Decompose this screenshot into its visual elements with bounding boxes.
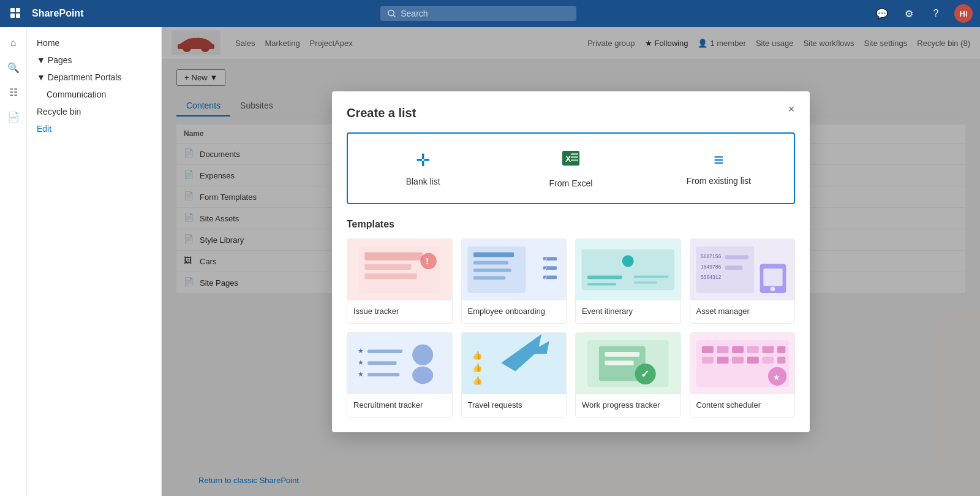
create-list-modal: Create a list × ✛ Blank list X: [332, 91, 810, 432]
list-icon: ≡: [714, 150, 723, 170]
top-bar-right: 💬 ⚙ ? Hi: [873, 4, 973, 23]
svg-rect-24: [473, 269, 511, 272]
svg-rect-69: [762, 346, 774, 353]
svg-text:★: ★: [358, 358, 364, 365]
template-asset-manager[interactable]: 5687156 1649786 5564312 As: [690, 238, 796, 324]
svg-rect-36: [634, 275, 669, 278]
svg-rect-37: [634, 281, 657, 283]
nav-dept-group[interactable]: ▼ Department Portals: [27, 69, 161, 86]
nav-sidebar: Home ▼ Pages ▼ Department Portals Commun…: [27, 27, 162, 496]
svg-rect-48: [412, 366, 433, 383]
apps-launcher[interactable]: [7, 5, 24, 22]
svg-rect-14: [571, 159, 578, 161]
svg-rect-12: [571, 153, 578, 155]
sidebar-pages-icon[interactable]: 📄: [2, 105, 24, 128]
nav-recycle-bin[interactable]: Recycle bin: [27, 103, 161, 120]
svg-rect-42: [725, 255, 748, 259]
chevron-down-icon: ▼: [37, 55, 45, 65]
template-content-scheduler-label: Content scheduler: [690, 394, 795, 417]
svg-text:✓: ✓: [544, 275, 548, 281]
svg-rect-52: [368, 361, 396, 365]
template-employee-onboarding[interactable]: ✓ ✓ ✓ Employee onboarding: [461, 238, 567, 324]
svg-rect-73: [732, 356, 744, 363]
svg-text:✓: ✓: [641, 368, 649, 380]
modal-overlay: Create a list × ✛ Blank list X: [162, 27, 980, 496]
template-recruitment-tracker-label: Recruitment tracker: [347, 394, 452, 417]
svg-rect-35: [587, 283, 616, 285]
template-event-itinerary-label: Event itinerary: [576, 300, 680, 323]
template-employee-onboarding-label: Employee onboarding: [462, 300, 567, 323]
blank-list-option[interactable]: ✛ Blank list: [353, 139, 493, 198]
nav-pages-group[interactable]: ▼ Pages: [27, 52, 161, 69]
svg-point-46: [770, 286, 775, 291]
avatar[interactable]: Hi: [954, 4, 973, 23]
nav-home[interactable]: Home: [27, 34, 161, 52]
svg-rect-22: [473, 252, 513, 257]
template-travel-requests[interactable]: 👍 👍 👍 Travel requests: [461, 332, 567, 418]
sidebar-apps-icon[interactable]: ☷: [2, 81, 24, 103]
search-input[interactable]: [401, 9, 569, 18]
template-work-progress[interactable]: ✓ Work progress tracker: [575, 332, 681, 418]
templates-title: Templates: [347, 219, 795, 230]
svg-text:★: ★: [358, 346, 364, 354]
template-issue-tracker-label: Issue tracker: [347, 300, 452, 323]
search-icon: [388, 9, 396, 18]
excel-icon: X: [561, 148, 581, 172]
template-content-scheduler[interactable]: ★ Content scheduler: [690, 332, 796, 418]
svg-text:★: ★: [773, 372, 780, 381]
svg-point-47: [412, 344, 433, 365]
svg-rect-18: [364, 273, 417, 278]
svg-text:✓: ✓: [544, 265, 548, 271]
svg-text:1649786: 1649786: [701, 264, 721, 270]
svg-text:✓: ✓: [544, 256, 548, 262]
nav-communication[interactable]: Communication: [27, 86, 161, 103]
svg-rect-68: [747, 346, 758, 353]
template-asset-manager-label: Asset manager: [690, 300, 795, 323]
sidebar-search-icon[interactable]: 🔍: [2, 56, 24, 78]
from-existing-option[interactable]: ≡ From existing list: [649, 139, 789, 198]
svg-text:👍: 👍: [472, 362, 483, 373]
svg-rect-76: [777, 356, 785, 363]
svg-text:!: !: [426, 255, 429, 265]
svg-line-5: [394, 15, 396, 17]
from-excel-option[interactable]: X From Excel: [500, 139, 641, 198]
help-icon[interactable]: ?: [927, 5, 944, 22]
modal-close-button[interactable]: ×: [783, 101, 800, 118]
svg-rect-71: [701, 356, 713, 363]
svg-rect-70: [777, 346, 785, 353]
template-issue-tracker[interactable]: ! Issue tracker: [347, 238, 453, 324]
svg-text:5564312: 5564312: [701, 274, 721, 280]
svg-rect-61: [605, 361, 633, 365]
svg-text:★: ★: [358, 370, 364, 377]
svg-rect-13: [571, 156, 578, 158]
app-title: SharePoint: [32, 8, 83, 19]
svg-rect-65: [701, 346, 713, 353]
svg-rect-50: [368, 349, 402, 353]
svg-rect-67: [732, 346, 744, 353]
from-existing-label: From existing list: [687, 176, 751, 186]
svg-rect-2: [10, 13, 15, 18]
svg-text:👍: 👍: [472, 375, 483, 386]
chevron-down-icon: ▼: [37, 72, 45, 82]
modal-title: Create a list: [347, 106, 795, 120]
svg-rect-45: [763, 269, 782, 286]
template-event-itinerary[interactable]: Event itinerary: [575, 238, 681, 324]
settings-icon[interactable]: ⚙: [900, 5, 918, 22]
svg-text:5687156: 5687156: [701, 253, 721, 259]
chat-icon[interactable]: 💬: [873, 5, 891, 22]
content-area: ⌂ 🔍 ☷ 📄 Home ▼ Pages ▼ Department Portal…: [0, 27, 980, 496]
svg-rect-60: [605, 352, 639, 357]
svg-rect-72: [717, 356, 728, 363]
sidebar-home-icon[interactable]: ⌂: [2, 32, 24, 54]
svg-rect-0: [10, 8, 15, 12]
templates-grid: ! Issue tracker: [347, 238, 795, 418]
svg-rect-75: [762, 356, 774, 363]
main-content: Sales Marketing ProjectApex Private grou…: [162, 27, 980, 496]
search-bar[interactable]: [380, 6, 576, 21]
svg-text:👍: 👍: [472, 349, 483, 360]
svg-rect-54: [368, 373, 399, 376]
template-travel-requests-label: Travel requests: [462, 394, 567, 417]
nav-edit[interactable]: Edit: [27, 120, 161, 137]
template-recruitment-tracker[interactable]: ★ ★ ★ Recruitment tracker: [347, 332, 453, 418]
svg-rect-16: [364, 252, 423, 260]
